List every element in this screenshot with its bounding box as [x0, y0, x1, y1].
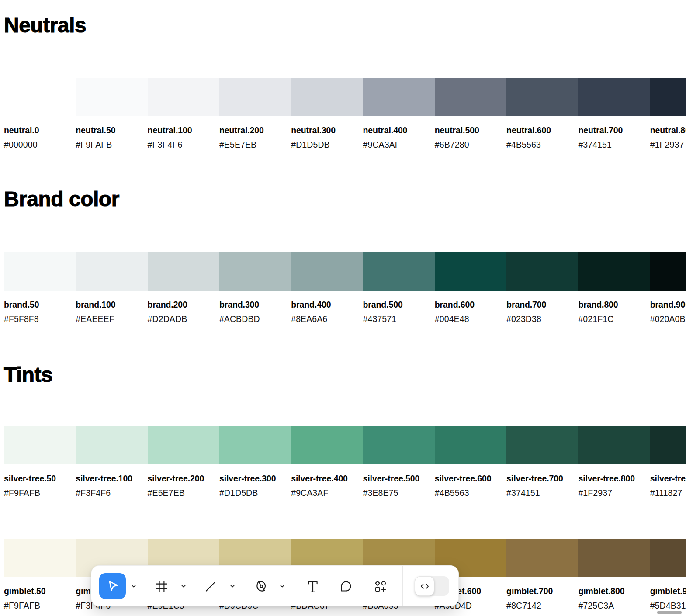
swatch-name-label: brand.700 [506, 300, 546, 309]
shape-tool-button[interactable] [203, 579, 218, 594]
color-swatch[interactable] [4, 539, 76, 577]
color-swatch[interactable] [578, 78, 650, 116]
color-swatch[interactable] [76, 252, 147, 291]
color-swatch[interactable] [650, 426, 686, 464]
text-tool-button[interactable] [305, 579, 320, 594]
color-swatch[interactable] [506, 426, 578, 464]
color-swatch[interactable] [4, 426, 76, 464]
swatch-name-label: brand.600 [435, 300, 475, 309]
toolbar-divider [402, 566, 403, 606]
frame-icon [154, 579, 169, 594]
color-swatch[interactable] [4, 78, 76, 116]
swatch-name-label: silver-tree.500 [363, 474, 420, 483]
swatch-hex-label: #4B5563 [506, 140, 541, 149]
swatch-name-label: gimblet.50 [4, 587, 45, 596]
color-swatch[interactable] [578, 426, 650, 464]
comment-icon [339, 579, 353, 594]
horizontal-scrollbar[interactable] [657, 611, 682, 614]
swatch-hex-label: #D1D5DB [291, 140, 330, 149]
swatch-hex-label: #5D4B31 [650, 601, 686, 610]
swatch-name-label: neutral.200 [219, 126, 264, 135]
swatch-hex-label: #D1D5DB [219, 488, 258, 498]
dev-mode-toggle[interactable] [415, 576, 449, 596]
color-swatch[interactable] [291, 78, 363, 116]
swatch-row [4, 252, 686, 291]
swatch-row [4, 78, 686, 116]
color-swatch[interactable] [4, 252, 76, 291]
color-swatch[interactable] [435, 78, 506, 116]
swatch-name-label: silver-tree.700 [506, 474, 563, 483]
shape-tool-dropdown-chevron-icon[interactable] [230, 585, 235, 588]
pen-tool-button[interactable] [254, 579, 269, 594]
color-swatch[interactable] [148, 78, 219, 116]
swatch-hex-label: #004E48 [435, 315, 469, 324]
color-swatch[interactable] [578, 252, 650, 291]
frame-tool-dropdown-chevron-icon[interactable] [181, 585, 186, 588]
swatch-hex-label: #374151 [578, 140, 612, 149]
swatch-name-label: brand.500 [363, 300, 403, 309]
color-swatch[interactable] [435, 426, 506, 464]
actions-tool-button[interactable] [373, 579, 388, 594]
swatch-hex-label: #000000 [4, 140, 38, 149]
figma-toolbar [91, 565, 459, 606]
swatch-hex-label: #F9FAFB [76, 140, 112, 149]
swatch-hex-label: #437571 [363, 315, 397, 324]
swatch-name-label: neutral.0 [4, 126, 39, 135]
comment-tool-button[interactable] [339, 579, 353, 594]
swatch-name-label: silver-tree.200 [148, 474, 204, 483]
color-swatch[interactable] [291, 252, 363, 291]
section-title: Brand color [4, 189, 119, 210]
swatch-name-label: brand.200 [148, 300, 187, 309]
pen-tool-dropdown-chevron-icon[interactable] [280, 585, 285, 588]
move-tool-button[interactable] [99, 573, 126, 599]
color-swatch[interactable] [578, 539, 650, 577]
color-swatch[interactable] [219, 78, 291, 116]
color-swatch[interactable] [650, 252, 686, 291]
swatch-hex-label: #8EA6A6 [291, 315, 327, 324]
color-swatch[interactable] [650, 78, 686, 116]
color-swatch[interactable] [219, 426, 291, 464]
text-icon [305, 579, 320, 594]
swatch-hex-label: #9CA3AF [291, 488, 328, 498]
frame-tool-button[interactable] [154, 579, 169, 594]
swatch-hex-label: #E5E7EB [219, 140, 256, 149]
swatch-hex-label: #F9FAFB [4, 488, 40, 498]
color-swatch[interactable] [650, 539, 686, 577]
swatch-name-label: silver-tree.400 [291, 474, 348, 483]
move-tool-dropdown-chevron-icon[interactable] [131, 585, 136, 588]
swatch-hex-label: #021F1C [578, 315, 613, 324]
swatch-hex-label: #F5F8F8 [4, 315, 39, 324]
color-swatch[interactable] [435, 252, 506, 291]
swatch-hex-label: #023D38 [506, 315, 541, 324]
dev-mode-toggle-thumb[interactable] [415, 576, 434, 596]
swatch-name-label: neutral.700 [578, 126, 623, 135]
swatch-name-label: neutral.500 [435, 126, 479, 135]
color-swatch[interactable] [506, 252, 578, 291]
swatch-name-label: brand.400 [291, 300, 331, 309]
color-swatch[interactable] [506, 78, 578, 116]
swatch-hex-label: #8C7142 [506, 601, 541, 610]
swatch-hex-label: #111827 [650, 488, 683, 498]
swatch-hex-label: #1F2937 [650, 140, 684, 149]
swatch-name-label: neutral.300 [291, 126, 336, 135]
swatch-hex-label: #ACBDBD [219, 315, 260, 324]
color-swatch[interactable] [148, 426, 219, 464]
swatch-name-label: neutral.100 [148, 126, 192, 135]
color-swatch[interactable] [148, 252, 219, 291]
swatch-hex-label: #020A0B [650, 315, 686, 324]
color-swatch[interactable] [76, 426, 147, 464]
swatch-hex-label: #6B7280 [435, 140, 469, 149]
color-swatch[interactable] [363, 78, 434, 116]
color-swatch[interactable] [76, 78, 147, 116]
color-swatch[interactable] [363, 252, 434, 291]
swatch-hex-label: #F9FAFB [4, 601, 40, 610]
color-swatch[interactable] [291, 426, 363, 464]
color-swatch[interactable] [219, 252, 291, 291]
swatch-name-label: silver-tree.300 [219, 474, 276, 483]
color-swatch[interactable] [506, 539, 578, 577]
swatch-hex-label: #E5E7EB [148, 488, 185, 498]
swatch-name-label: silver-tree.100 [76, 474, 132, 483]
figma-canvas: Neutralsneutral.0#000000neutral.50#F9FAF… [0, 0, 686, 616]
section-title: Tints [4, 364, 52, 385]
color-swatch[interactable] [363, 426, 434, 464]
